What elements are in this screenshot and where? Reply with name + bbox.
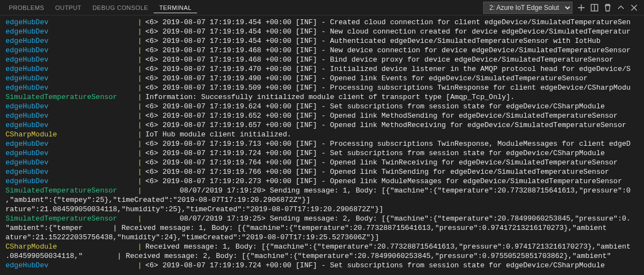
terminal-line: SimulatedTemperatureSensor| 08/07/2019 1… <box>6 214 638 223</box>
terminal-line: "ambient":{"temper | Received message: 1… <box>6 223 638 233</box>
log-separator: | <box>138 242 145 251</box>
log-message: <6> 2019-08-07 17:19:19.490 +00:00 [INF]… <box>145 74 588 83</box>
log-source: edgeHubDev <box>6 177 138 186</box>
log-source: CSharpModule <box>6 242 138 251</box>
terminal-line: ature":21.152222035756438,"humidity":24}… <box>6 233 638 242</box>
log-message: <6> 2019-08-07 17:19:19.624 +00:00 [INF]… <box>145 102 605 111</box>
terminal-line: edgeHubDev| <6> 2019-08-07 17:19:19.490 … <box>6 74 638 83</box>
terminal-line: edgeHubDev| <6> 2019-08-07 17:19:19.509 … <box>6 83 638 92</box>
log-message: <6> 2019-08-07 17:19:20.273 +00:00 [INF]… <box>145 177 622 186</box>
log-message: <6> 2019-08-07 17:19:19.468 +00:00 [INF]… <box>145 46 631 55</box>
chevron-up-icon[interactable] <box>614 1 627 14</box>
log-message: <6> 2019-08-07 17:19:19.724 +00:00 [INF]… <box>145 148 605 158</box>
plus-icon[interactable] <box>575 1 588 14</box>
log-separator: | <box>138 27 145 36</box>
log-separator: | <box>138 139 145 148</box>
terminal-selector[interactable]: 2: Azure IoT Edge Solut <box>483 2 572 14</box>
tab-problems[interactable]: PROBLEMS <box>3 2 50 13</box>
terminal-line: edgeHubDev| <6> 2019-08-07 17:19:20.273 … <box>6 177 638 186</box>
log-message: Information: Successfully initialized mo… <box>145 92 515 102</box>
terminal-line: SimulatedTemperatureSensor| 08/07/2019 1… <box>6 186 638 195</box>
trash-icon[interactable] <box>601 1 614 14</box>
log-source: edgeHubDev <box>6 158 138 167</box>
log-separator: | <box>138 111 145 120</box>
terminal-line: SimulatedTemperatureSensor| Information:… <box>6 92 638 102</box>
log-message: Received message: 1, Body: [{"machine":{… <box>145 242 631 251</box>
terminal-line: CSharpModule| Received message: 1, Body:… <box>6 242 638 251</box>
terminal-line: rature":21.084599050034118,"humidity":25… <box>6 205 638 214</box>
log-message: <6> 2019-08-07 17:19:19.713 +00:00 [INF]… <box>145 139 631 148</box>
terminal-line: edgeHubDev| <6> 2019-08-07 17:19:19.470 … <box>6 64 638 74</box>
log-source: edgeHubDev <box>6 139 138 148</box>
terminal-line: edgeHubDev| <6> 2019-08-07 17:19:19.624 … <box>6 102 638 111</box>
log-separator: | <box>138 55 145 64</box>
log-source: CSharpModule <box>6 130 138 139</box>
log-source: edgeHubDev <box>6 46 138 55</box>
log-message: <6> 2019-08-07 17:19:19.454 +00:00 [INF]… <box>145 36 601 46</box>
log-message: 08/07/2019 17:19:20> Sending message: 1,… <box>145 186 631 195</box>
log-source: SimulatedTemperatureSensor <box>6 92 138 102</box>
log-separator: | <box>138 46 145 55</box>
log-source: edgeHubDev <box>6 261 138 270</box>
terminal-line: edgeHubDev| <6> 2019-08-07 17:19:19.724 … <box>6 261 638 270</box>
log-source: edgeHubDev <box>6 64 138 74</box>
log-message: <6> 2019-08-07 17:19:19.652 +00:00 [INF]… <box>145 111 618 120</box>
log-separator: | <box>138 130 145 139</box>
terminal-line: edgeHubDev| <6> 2019-08-07 17:19:19.652 … <box>6 111 638 120</box>
terminal-line: edgeHubDev| <6> 2019-08-07 17:19:19.468 … <box>6 46 638 55</box>
terminal-line: edgeHubDev| <6> 2019-08-07 17:19:19.657 … <box>6 120 638 130</box>
terminal-line: edgeHubDev| <6> 2019-08-07 17:19:19.454 … <box>6 27 638 36</box>
terminal-line: edgeHubDev| <6> 2019-08-07 17:19:19.468 … <box>6 55 638 64</box>
log-message: <6> 2019-08-07 17:19:19.470 +00:00 [INF]… <box>145 64 631 74</box>
log-separator: | <box>138 261 145 270</box>
tab-debug-console[interactable]: DEBUG CONSOLE <box>87 2 154 13</box>
log-separator: | <box>138 64 145 74</box>
log-message: 08/07/2019 17:19:25> Sending message: 2,… <box>145 214 631 223</box>
log-separator: | <box>138 83 145 92</box>
terminal-line: ,"ambient":{"tempey":25},"timeCreated":"… <box>6 195 638 205</box>
log-message: <6> 2019-08-07 17:19:19.454 +00:00 [INF]… <box>145 27 631 36</box>
log-message: <6> 2019-08-07 17:19:19.764 +00:00 [INF]… <box>145 158 618 167</box>
terminal-output[interactable]: edgeHubDev| <6> 2019-08-07 17:19:19.454 … <box>0 15 644 275</box>
log-separator: | <box>138 92 145 102</box>
log-separator: | <box>138 186 145 195</box>
log-separator: | <box>138 158 145 167</box>
log-message: <6> 2019-08-07 17:19:19.468 +00:00 [INF]… <box>145 55 613 64</box>
log-source: edgeHubDev <box>6 18 138 27</box>
log-source: edgeHubDev <box>6 120 138 130</box>
terminal-line: edgeHubDev| <6> 2019-08-07 17:19:19.764 … <box>6 158 638 167</box>
log-source: edgeHubDev <box>6 36 138 46</box>
log-separator: | <box>138 148 145 158</box>
log-separator: | <box>138 102 145 111</box>
terminal-line: .084599050034118," | Received message: 2… <box>6 251 638 261</box>
log-source: edgeHubDev <box>6 167 138 177</box>
log-source: edgeHubDev <box>6 111 138 120</box>
terminal-line: edgeHubDev| <6> 2019-08-07 17:19:19.454 … <box>6 18 638 27</box>
terminal-line: edgeHubDev| <6> 2019-08-07 17:19:19.713 … <box>6 139 638 148</box>
log-separator: | <box>138 36 145 46</box>
log-source: edgeHubDev <box>6 74 138 83</box>
log-separator: | <box>138 74 145 83</box>
tab-terminal[interactable]: TERMINAL <box>154 2 197 13</box>
log-message: <6> 2019-08-07 17:19:19.724 +00:00 [INF]… <box>145 261 605 270</box>
log-message: <6> 2019-08-07 17:19:19.657 +00:00 [INF]… <box>145 120 626 130</box>
terminal-line: edgeHubDev| <6> 2019-08-07 17:19:19.454 … <box>6 36 638 46</box>
terminal-line: edgeHubDev| <6> 2019-08-07 17:19:19.766 … <box>6 167 638 177</box>
terminal-line: CSharpModule| IoT Hub module client init… <box>6 130 638 139</box>
log-separator: | <box>138 120 145 130</box>
log-message: IoT Hub module client initialized. <box>145 130 291 139</box>
log-source: edgeHubDev <box>6 102 138 111</box>
log-separator: | <box>138 18 145 27</box>
split-icon[interactable] <box>588 1 601 14</box>
log-source: edgeHubDev <box>6 55 138 64</box>
close-icon[interactable] <box>627 1 641 14</box>
log-message: <6> 2019-08-07 17:19:19.766 +00:00 [INF]… <box>145 167 609 177</box>
log-separator: | <box>138 214 145 223</box>
log-source: edgeHubDev <box>6 83 138 92</box>
log-source: SimulatedTemperatureSensor <box>6 186 138 195</box>
log-separator: | <box>138 177 145 186</box>
terminal-line: edgeHubDev| <6> 2019-08-07 17:19:19.724 … <box>6 148 638 158</box>
tab-output[interactable]: OUTPUT <box>50 2 87 13</box>
panel-tab-bar: PROBLEMS OUTPUT DEBUG CONSOLE TERMINAL 2… <box>0 0 644 15</box>
log-message: <6> 2019-08-07 17:19:19.454 +00:00 [INF]… <box>145 18 631 27</box>
